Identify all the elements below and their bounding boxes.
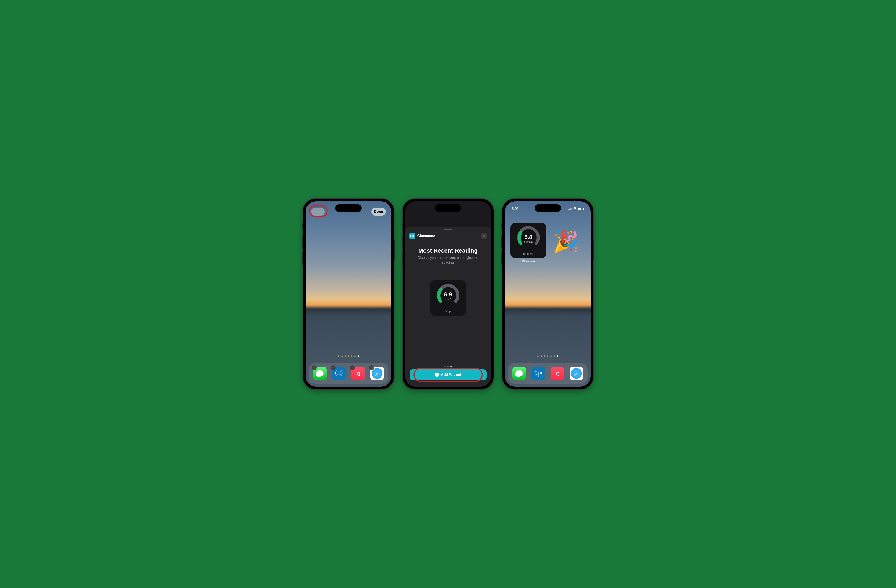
status-time: 8:09 bbox=[512, 207, 519, 211]
music-app-icon[interactable]: − bbox=[351, 367, 365, 380]
widget-preview[interactable]: 6.9 mmol/L 7:56 pm bbox=[430, 280, 466, 316]
broadcasts-app-icon[interactable] bbox=[532, 367, 545, 380]
annotation-circle-add-widget bbox=[413, 368, 483, 382]
dynamic-island bbox=[535, 204, 561, 212]
broadcasts-app-icon[interactable]: − bbox=[332, 367, 346, 380]
svg-point-1 bbox=[538, 372, 539, 374]
close-icon: ✕ bbox=[482, 234, 485, 238]
phone-frame-1: ＋ Done − − − − bbox=[303, 199, 394, 389]
safari-app-icon[interactable]: − bbox=[370, 367, 384, 380]
annotation-circle-add bbox=[309, 205, 328, 217]
page-indicator[interactable] bbox=[335, 354, 361, 359]
done-button[interactable]: Done bbox=[372, 208, 386, 216]
screen-jiggle-mode: ＋ Done − − − − bbox=[306, 201, 392, 387]
dock bbox=[508, 363, 588, 384]
broadcast-icon bbox=[534, 369, 542, 378]
page-indicator[interactable] bbox=[535, 354, 561, 359]
phone-frame-2: ▮▮▮ Glucomate ✕ Most Recent Reading Disp… bbox=[402, 199, 494, 389]
reading-value: 5.8 bbox=[510, 234, 546, 240]
messages-app-icon[interactable] bbox=[512, 367, 526, 380]
gallery-page-indicator[interactable] bbox=[444, 366, 452, 367]
reading-unit: mmol/L bbox=[430, 298, 466, 301]
glucomate-app-icon: ▮▮▮ bbox=[409, 233, 415, 239]
close-button[interactable]: ✕ bbox=[481, 233, 487, 239]
wallpaper bbox=[306, 201, 392, 387]
sheet-grabber[interactable] bbox=[444, 229, 452, 230]
cellular-signal-icon bbox=[568, 208, 572, 210]
svg-point-0 bbox=[338, 372, 340, 374]
music-app-icon[interactable] bbox=[550, 367, 564, 380]
gallery-app-name: Glucomate bbox=[418, 234, 478, 238]
dynamic-island bbox=[335, 204, 362, 212]
screen-home-with-widget: 8:09 5.8 mmol/L 8:08 pm Glucomate 🎉 bbox=[505, 201, 591, 387]
dynamic-island bbox=[435, 204, 461, 212]
screen-widget-gallery: ▮▮▮ Glucomate ✕ Most Recent Reading Disp… bbox=[405, 201, 491, 387]
remove-icon[interactable]: − bbox=[312, 365, 317, 370]
wifi-icon bbox=[573, 207, 577, 211]
widget-description: Display your most recent blood glucose r… bbox=[414, 255, 482, 265]
party-popper-emoji: 🎉 bbox=[553, 229, 579, 254]
reading-value: 6.9 bbox=[430, 291, 466, 298]
widget-title: Most Recent Reading bbox=[405, 248, 491, 254]
phone-frame-3: 8:09 5.8 mmol/L 8:08 pm Glucomate 🎉 bbox=[502, 199, 593, 389]
messages-app-icon[interactable]: − bbox=[313, 367, 327, 380]
remove-icon[interactable]: − bbox=[350, 365, 355, 370]
battery-icon bbox=[578, 208, 584, 210]
widget-gallery-sheet: ▮▮▮ Glucomate ✕ Most Recent Reading Disp… bbox=[405, 227, 491, 387]
widget-app-label: Glucomate bbox=[510, 260, 546, 263]
reading-time: 7:56 pm bbox=[443, 310, 453, 313]
reading-time: 8:08 pm bbox=[523, 252, 533, 255]
glucomate-widget[interactable]: 5.8 mmol/L 8:08 pm bbox=[510, 223, 546, 258]
broadcast-icon bbox=[335, 369, 343, 378]
reading-unit: mmol/L bbox=[510, 240, 546, 243]
remove-icon[interactable]: − bbox=[331, 365, 336, 370]
dock: − − − − bbox=[309, 363, 389, 384]
safari-app-icon[interactable] bbox=[570, 367, 583, 380]
